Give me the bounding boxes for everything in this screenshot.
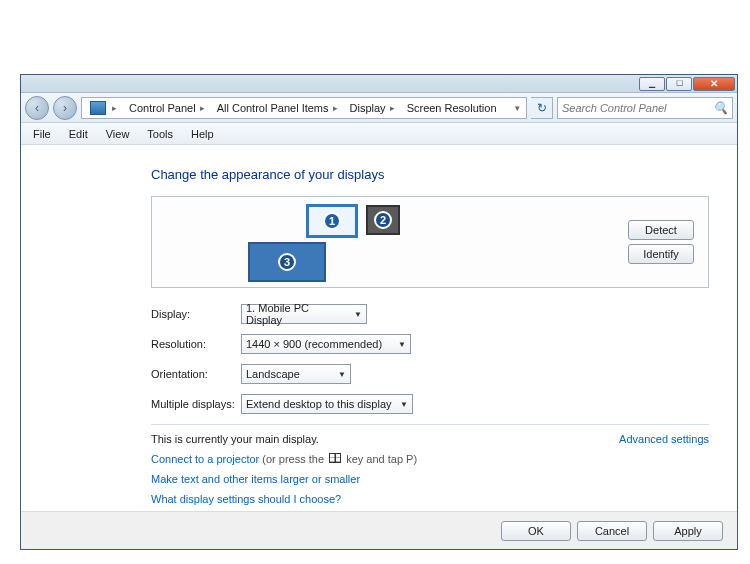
display-arrangement-box[interactable]: 1 2 3 Detect Identify — [151, 196, 709, 288]
back-button[interactable]: ‹ — [25, 96, 49, 120]
search-icon: 🔍 — [713, 101, 728, 115]
forward-icon: › — [63, 101, 67, 115]
chevron-down-icon: ▼ — [354, 310, 362, 319]
menu-help[interactable]: Help — [183, 126, 222, 142]
breadcrumb-current[interactable]: Screen Resolution — [401, 98, 503, 118]
back-icon: ‹ — [35, 101, 39, 115]
monitor-number: 3 — [278, 253, 296, 271]
resolution-select[interactable]: 1440 × 900 (recommended)▼ — [241, 334, 411, 354]
menu-tools[interactable]: Tools — [139, 126, 181, 142]
detect-button[interactable]: Detect — [628, 220, 694, 240]
chevron-right-icon: ▸ — [112, 103, 117, 113]
orientation-select[interactable]: Landscape▼ — [241, 364, 351, 384]
monitor-3[interactable]: 3 — [248, 242, 326, 282]
advanced-settings-link[interactable]: Advanced settings — [619, 433, 709, 445]
display-label: Display: — [151, 308, 241, 320]
menu-edit[interactable]: Edit — [61, 126, 96, 142]
connect-projector-link[interactable]: Connect to a projector — [151, 453, 259, 465]
breadcrumb-items[interactable]: All Control Panel Items▸ — [211, 98, 344, 118]
menu-file[interactable]: File — [25, 126, 59, 142]
refresh-icon: ↻ — [537, 101, 547, 115]
control-panel-icon — [90, 101, 106, 115]
page-title: Change the appearance of your displays — [151, 167, 709, 182]
chevron-right-icon: ▸ — [333, 103, 338, 113]
nav-row: ‹ › ▸ Control Panel▸ All Control Panel I… — [21, 93, 737, 123]
chevron-right-icon: ▸ — [200, 103, 205, 113]
cancel-button[interactable]: Cancel — [577, 521, 647, 541]
search-input[interactable]: Search Control Panel 🔍 — [557, 97, 733, 119]
chevron-down-icon: ▼ — [398, 340, 406, 349]
chevron-down-icon: ▼ — [400, 400, 408, 409]
windows-key-icon — [329, 453, 341, 463]
text-size-link[interactable]: Make text and other items larger or smal… — [151, 473, 360, 485]
help-link[interactable]: What display settings should I choose? — [151, 493, 341, 505]
multiple-displays-select[interactable]: Extend desktop to this display▼ — [241, 394, 413, 414]
resolution-label: Resolution: — [151, 338, 241, 350]
monitor-2[interactable]: 2 — [366, 205, 400, 235]
search-placeholder: Search Control Panel — [562, 102, 667, 114]
maximize-button[interactable]: ☐ — [666, 77, 692, 91]
content-area: Change the appearance of your displays 1… — [21, 145, 737, 515]
refresh-button[interactable]: ↻ — [531, 97, 553, 119]
chevron-right-icon: ▸ — [390, 103, 395, 113]
monitor-number: 2 — [374, 211, 392, 229]
identify-button[interactable]: Identify — [628, 244, 694, 264]
ok-button[interactable]: OK — [501, 521, 571, 541]
breadcrumb-display[interactable]: Display▸ — [344, 98, 401, 118]
monitor-number: 1 — [323, 212, 341, 230]
orientation-label: Orientation: — [151, 368, 241, 380]
chevron-down-icon[interactable]: ▾ — [515, 103, 520, 113]
apply-button[interactable]: Apply — [653, 521, 723, 541]
display-select[interactable]: 1. Mobile PC Display▼ — [241, 304, 367, 324]
multiple-displays-label: Multiple displays: — [151, 398, 241, 410]
dialog-footer: OK Cancel Apply — [21, 511, 737, 549]
forward-button[interactable]: › — [53, 96, 77, 120]
monitor-canvas[interactable]: 1 2 3 — [166, 202, 486, 282]
control-panel-window: ▁ ☐ ✕ ‹ › ▸ Control Panel▸ All Control P… — [20, 74, 738, 550]
main-display-status: This is currently your main display. — [151, 433, 319, 445]
minimize-button[interactable]: ▁ — [639, 77, 665, 91]
menu-bar: File Edit View Tools Help — [21, 123, 737, 145]
projector-hint: (or press the — [259, 453, 327, 465]
monitor-1[interactable]: 1 — [306, 204, 358, 238]
breadcrumb-root[interactable]: Control Panel▸ — [123, 98, 211, 118]
titlebar: ▁ ☐ ✕ — [21, 75, 737, 93]
chevron-down-icon: ▼ — [338, 370, 346, 379]
address-bar[interactable]: ▸ Control Panel▸ All Control Panel Items… — [81, 97, 527, 119]
close-button[interactable]: ✕ — [693, 77, 735, 91]
menu-view[interactable]: View — [98, 126, 138, 142]
